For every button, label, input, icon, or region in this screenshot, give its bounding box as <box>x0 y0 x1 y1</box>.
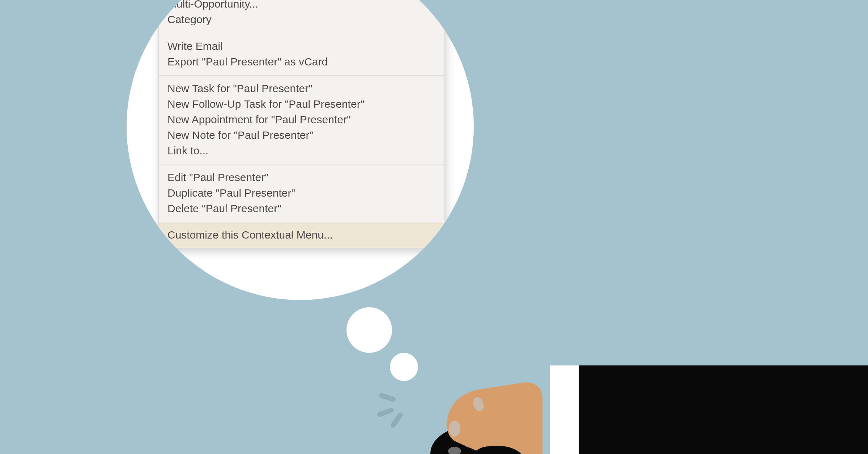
svg-point-1 <box>448 447 461 454</box>
menu-item-new-note[interactable]: New Note for "Paul Presenter" <box>159 127 444 143</box>
menu-item-export-vcard[interactable]: Export "Paul Presenter" as vCard <box>159 54 444 69</box>
menu-item-duplicate[interactable]: Duplicate "Paul Presenter" <box>159 185 444 201</box>
menu-group-top: Multi-Opportunity... Category <box>159 0 444 33</box>
menu-group-new: New Task for "Paul Presenter" New Follow… <box>159 75 444 164</box>
menu-item-new-task[interactable]: New Task for "Paul Presenter" <box>159 81 444 96</box>
shirt-cuff <box>550 365 579 454</box>
menu-item-edit[interactable]: Edit "Paul Presenter" <box>159 170 444 185</box>
contextual-menu: Multi-Opportunity... Category Write Emai… <box>158 0 445 248</box>
svg-point-0 <box>430 425 521 454</box>
sleeve <box>557 365 868 454</box>
svg-point-3 <box>449 421 460 437</box>
hand-on-mouse-icon <box>421 356 552 454</box>
thought-bubble-dot-small <box>390 353 418 381</box>
menu-group-customize: Customize this Contextual Menu... <box>159 222 444 248</box>
menu-item-customize[interactable]: Customize this Contextual Menu... <box>159 222 444 248</box>
menu-item-write-email[interactable]: Write Email <box>159 38 444 54</box>
svg-point-4 <box>471 395 486 412</box>
menu-item-new-followup-task[interactable]: New Follow-Up Task for "Paul Presenter" <box>159 96 444 112</box>
menu-item-category[interactable]: Category <box>159 12 444 27</box>
menu-group-edit: Edit "Paul Presenter" Duplicate "Paul Pr… <box>159 164 444 222</box>
menu-item-delete[interactable]: Delete "Paul Presenter" <box>159 201 444 216</box>
thought-bubble: Multi-Opportunity... Category Write Emai… <box>127 0 474 300</box>
menu-item-multi-opportunity[interactable]: Multi-Opportunity... <box>159 0 444 12</box>
menu-item-new-appointment[interactable]: New Appointment for "Paul Presenter" <box>159 112 444 127</box>
click-lines-icon <box>373 380 423 431</box>
thought-bubble-dot-large <box>346 307 392 353</box>
menu-item-link-to[interactable]: Link to... <box>159 143 444 158</box>
menu-group-email: Write Email Export "Paul Presenter" as v… <box>159 33 444 75</box>
illustration-stage: Multi-Opportunity... Category Write Emai… <box>0 0 868 454</box>
arm-illustration <box>506 360 868 454</box>
svg-point-2 <box>463 433 473 447</box>
